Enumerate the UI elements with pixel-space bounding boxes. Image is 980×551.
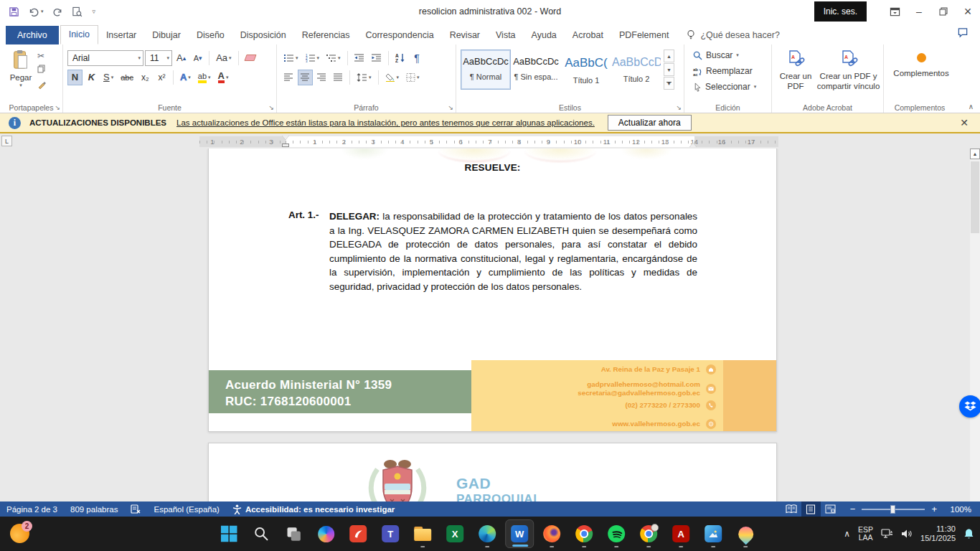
tell-me-box[interactable]: ¿Qué desea hacer? <box>687 29 780 44</box>
style-card-1[interactable]: AaBbCcDc¶ Normal <box>461 50 511 90</box>
accessibility-status[interactable]: Accesibilidad: es necesario investigar <box>226 501 401 517</box>
tab-revisar[interactable]: Revisar <box>442 27 488 44</box>
proofing-icon[interactable] <box>124 501 147 517</box>
tab-archivo[interactable]: Archivo <box>6 26 59 44</box>
copilot-icon[interactable] <box>311 519 340 548</box>
redo-icon[interactable] <box>52 6 63 17</box>
styles-dialog-launcher-icon[interactable]: ↘ <box>676 105 682 111</box>
paragraph-dialog-launcher-icon[interactable]: ↘ <box>448 105 453 111</box>
clipboard-dialog-launcher-icon[interactable]: ↘ <box>55 105 60 111</box>
message-close-icon[interactable]: ✕ <box>957 117 971 128</box>
tab-stop-selector[interactable]: L <box>1 136 12 146</box>
hanging-indent-marker[interactable] <box>282 143 289 147</box>
chrome-profile-icon[interactable] <box>634 519 663 548</box>
format-painter-icon[interactable] <box>37 79 46 92</box>
tab-referencias[interactable]: Referencias <box>294 27 358 44</box>
notification-bell-icon[interactable] <box>963 528 974 540</box>
scrollbar-thumb[interactable] <box>971 161 979 233</box>
decrease-indent-button[interactable] <box>352 50 367 66</box>
find-button[interactable]: Buscar▾ <box>693 47 768 63</box>
save-icon[interactable] <box>9 6 19 17</box>
vertical-scrollbar[interactable]: ▲ <box>970 149 980 501</box>
shrink-font-button[interactable]: A▾ <box>190 50 205 66</box>
page-indicator[interactable]: Página 2 de 3 <box>0 501 64 517</box>
tab-dise-o[interactable]: Diseño <box>189 27 232 44</box>
strikethrough-button[interactable]: abc <box>118 70 136 85</box>
document-page-2[interactable]: RESUELVE: Art. 1.- DELEGAR: la responsab… <box>208 149 777 432</box>
volume-icon[interactable] <box>901 529 913 539</box>
zoom-out-button[interactable]: − <box>850 504 856 514</box>
sign-in-button[interactable]: Inic. ses. <box>814 1 867 22</box>
chrome-icon[interactable] <box>570 519 598 548</box>
read-mode-icon[interactable] <box>782 501 801 517</box>
document-canvas[interactable]: RESUELVE: Art. 1.- DELEGAR: la responsab… <box>0 149 980 501</box>
font-name-combo[interactable]: Arial▾ <box>67 50 143 66</box>
zoom-slider[interactable] <box>862 509 925 510</box>
line-spacing-button[interactable]: ▾ <box>354 70 374 85</box>
create-pdf-button[interactable]: A Crear un PDF <box>776 47 815 91</box>
styles-scroll-up-icon[interactable]: ▲ <box>664 50 674 62</box>
tab-ayuda[interactable]: Ayuda <box>524 27 565 44</box>
start-icon[interactable] <box>215 519 243 548</box>
bullets-button[interactable]: ▾ <box>281 50 301 66</box>
select-button[interactable]: Seleccionar▾ <box>693 79 768 95</box>
print-layout-icon[interactable] <box>801 501 821 517</box>
clear-formatting-button[interactable] <box>242 50 258 66</box>
paste-button[interactable]: Pegar ▾ <box>4 47 37 92</box>
spotify-icon[interactable] <box>602 519 631 548</box>
font-size-combo[interactable]: 11▾ <box>145 50 172 66</box>
text-effects-button[interactable]: A▾ <box>177 70 194 85</box>
sort-button[interactable]: AZ <box>392 50 408 66</box>
tray-chevron-icon[interactable]: ∧ <box>844 529 850 539</box>
multilevel-list-button[interactable]: ▾ <box>324 50 344 66</box>
undo-caret-icon[interactable]: ▾ <box>41 9 44 14</box>
excel-icon[interactable]: X <box>440 519 469 548</box>
tab-insertar[interactable]: Insertar <box>98 27 144 44</box>
shading-button[interactable]: ▾ <box>382 70 402 85</box>
clock[interactable]: 11:30 15/1/2025 <box>920 524 956 543</box>
paint-icon[interactable] <box>731 519 760 548</box>
align-center-button[interactable] <box>298 70 313 85</box>
tab-disposici-n[interactable]: Disposición <box>232 27 294 44</box>
bold-button[interactable]: N <box>67 70 83 85</box>
highlight-button[interactable]: ab▾ <box>195 70 214 85</box>
tab-pdfelement[interactable]: PDFelement <box>611 27 677 44</box>
copy-icon[interactable] <box>37 63 46 76</box>
firefox-icon[interactable] <box>537 519 566 548</box>
tab-correspondencia[interactable]: Correspondencia <box>357 27 441 44</box>
zoom-level[interactable]: 100% <box>944 505 971 514</box>
zoom-slider-thumb[interactable] <box>890 505 895 514</box>
align-left-button[interactable] <box>281 70 296 85</box>
superscript-button[interactable]: x² <box>154 70 169 85</box>
grow-font-button[interactable]: A▴ <box>174 50 189 66</box>
language-switcher[interactable]: ESP LAA <box>858 526 873 542</box>
align-right-button[interactable] <box>314 70 329 85</box>
update-now-button[interactable]: Actualizar ahora <box>608 115 692 131</box>
feedback-icon[interactable] <box>957 27 969 44</box>
style-card-2[interactable]: AaBbCcDc¶ Sin espa... <box>511 50 561 90</box>
tab-vista[interactable]: Vista <box>488 27 524 44</box>
show-marks-button[interactable]: ¶ <box>410 50 425 66</box>
first-line-indent-marker[interactable] <box>282 136 289 140</box>
numbering-button[interactable]: 123▾ <box>303 50 323 66</box>
increase-indent-button[interactable] <box>369 50 385 66</box>
edge-icon[interactable] <box>473 519 501 548</box>
language-indicator[interactable]: Español (España) <box>147 501 225 517</box>
justify-button[interactable] <box>331 70 346 85</box>
restore-button[interactable] <box>931 0 956 23</box>
font-dialog-launcher-icon[interactable]: ↘ <box>268 105 274 111</box>
teams-icon[interactable]: T <box>376 519 405 548</box>
word-count[interactable]: 809 palabras <box>64 501 125 517</box>
web-layout-icon[interactable] <box>821 501 840 517</box>
ribbon-display-options-icon[interactable] <box>882 0 907 23</box>
tab-inicio[interactable]: Inicio <box>60 25 98 44</box>
font-color-button[interactable]: A▾ <box>215 70 232 85</box>
tab-dibujar[interactable]: Dibujar <box>144 27 189 44</box>
tab-acrobat[interactable]: Acrobat <box>565 27 611 44</box>
pdfelement-icon[interactable] <box>344 519 372 548</box>
network-icon[interactable] <box>881 529 893 540</box>
create-pdf-share-button[interactable]: A Crear un PDF y compartir vínculo <box>816 47 880 91</box>
addins-button[interactable]: Complementos <box>888 47 954 78</box>
zoom-in-button[interactable]: + <box>931 504 937 514</box>
styles-scroll-down-icon[interactable]: ▼ <box>664 63 674 76</box>
